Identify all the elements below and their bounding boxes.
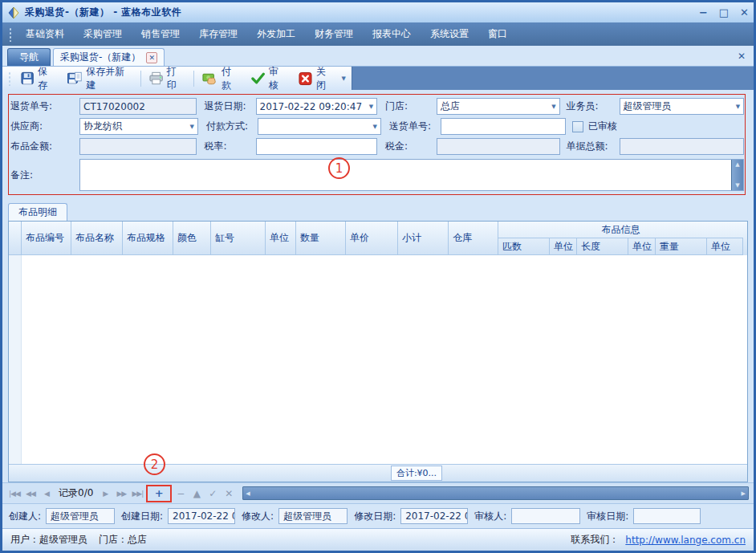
subcol-pieces-unit[interactable]: 单位 xyxy=(550,238,577,255)
salesman-dropdown-icon[interactable]: ▼ xyxy=(736,104,740,110)
nav-last-button[interactable]: ▶▶| xyxy=(130,488,144,499)
store-label: 门店: xyxy=(385,100,437,113)
header-form: 退货单号: CT17020002 退货日期: 2017-02-22 09:20:… xyxy=(2,90,754,199)
menu-item-outsourcing[interactable]: 外发加工 xyxy=(247,23,305,45)
close-window-button[interactable]: ✕ xyxy=(740,7,749,18)
pay-method-dropdown-icon[interactable]: ▼ xyxy=(373,124,377,130)
salesman-value: 超级管理员 xyxy=(624,100,736,113)
pay-method-select[interactable]: ▼ xyxy=(258,118,381,135)
audit-label: 审核 xyxy=(269,65,287,92)
col-qty[interactable]: 数量 xyxy=(296,222,346,255)
tab-close-icon[interactable]: ✕ xyxy=(146,52,157,63)
user-label: 用户： xyxy=(10,533,39,547)
tax-rate-input[interactable] xyxy=(256,138,378,155)
website-link[interactable]: http://www.lange.com.cn xyxy=(625,535,746,546)
menu-item-finance[interactable]: 财务管理 xyxy=(305,23,363,45)
modify-date-label: 修改日期: xyxy=(354,510,396,523)
supplier-value: 协龙纺织 xyxy=(83,120,190,133)
supplier-dropdown-icon[interactable]: ▼ xyxy=(190,124,194,130)
audited-checkbox[interactable] xyxy=(572,121,583,132)
menu-item-window[interactable]: 窗口 xyxy=(478,23,517,45)
scroll-down-icon[interactable]: ▼ xyxy=(735,182,739,189)
delivery-no-input[interactable] xyxy=(441,118,566,135)
detail-panel: 布品明细 布品编号 布品名称 布品规格 颜色 缸号 单位 数量 单价 小计 仓库… xyxy=(2,199,754,482)
grid-body xyxy=(9,255,747,464)
grid-footer: 合计:¥0... xyxy=(9,464,747,482)
return-date-label: 退货日期: xyxy=(205,100,256,113)
menu-item-sales[interactable]: 销售管理 xyxy=(132,23,189,45)
nav-insert-button[interactable]: + xyxy=(152,486,166,501)
return-date-picker[interactable]: 2017-02-22 09:20:47▼ xyxy=(256,98,378,115)
audited-checkbox-group: 已审核 xyxy=(572,120,617,133)
nav-delete-button[interactable]: − xyxy=(173,486,188,501)
modifier-label: 修改人: xyxy=(242,510,274,523)
nav-prior-page-button[interactable]: ◀◀ xyxy=(23,488,38,499)
menu-bar: 基础资料 采购管理 销售管理 库存管理 外发加工 财务管理 报表中心 系统设置 … xyxy=(2,22,754,46)
tax-label: 税金: xyxy=(385,140,437,153)
return-no-field: CT17020002 xyxy=(79,98,197,115)
save-and-new-icon xyxy=(67,71,82,85)
menu-item-settings[interactable]: 系统设置 xyxy=(421,23,478,45)
creator-field: 超级管理员 xyxy=(46,508,115,524)
col-subtotal[interactable]: 小计 xyxy=(398,222,449,255)
col-fabric-spec[interactable]: 布品规格 xyxy=(123,222,173,255)
tax-rate-label: 税率: xyxy=(205,140,256,153)
store-dropdown-icon[interactable]: ▼ xyxy=(551,104,555,110)
row-indicator-header xyxy=(9,222,22,255)
col-color[interactable]: 颜色 xyxy=(173,222,211,255)
scroll-up-icon[interactable]: ▲ xyxy=(735,161,739,168)
fabric-info-group-label[interactable]: 布品信息 xyxy=(498,222,743,238)
maximize-button[interactable]: □ xyxy=(719,7,729,18)
nav-cancel-button[interactable]: ✕ xyxy=(222,486,236,501)
nav-first-button[interactable]: |◀◀ xyxy=(7,488,22,499)
nav-next-button[interactable]: ▶ xyxy=(98,488,112,499)
fabric-amount-field xyxy=(79,138,197,155)
store-select[interactable]: 总店▼ xyxy=(437,98,559,115)
supplier-label: 供应商: xyxy=(10,120,79,133)
subcol-length-unit[interactable]: 单位 xyxy=(628,238,656,255)
subcol-length[interactable]: 长度 xyxy=(577,238,628,255)
create-date-label: 创建日期: xyxy=(121,510,163,523)
annotation-rect-insert: + xyxy=(146,485,172,502)
modify-date-field: 2017-02-22 09 xyxy=(400,508,468,524)
close-pane-icon[interactable]: ✕ xyxy=(738,51,746,62)
scroll-left-icon[interactable]: ◀ xyxy=(246,490,250,497)
subcol-weight-unit[interactable]: 单位 xyxy=(707,238,743,255)
scroll-right-icon[interactable]: ▶ xyxy=(742,490,746,497)
record-navigator: |◀◀ ◀◀ ◀ 记录0/0 ▶ ▶▶ ▶▶| + − ▲ ✓ ✕ ◀ ▶ xyxy=(2,482,754,503)
toolbar-grip2 xyxy=(8,71,12,86)
supplier-select[interactable]: 协龙纺织▼ xyxy=(79,118,198,135)
col-vat-no[interactable]: 缸号 xyxy=(211,222,266,255)
horizontal-scrollbar[interactable]: ◀ ▶ xyxy=(242,486,749,500)
creator-label: 创建人: xyxy=(9,510,41,523)
toolbar-separator xyxy=(140,71,141,87)
col-price[interactable]: 单价 xyxy=(346,222,398,255)
subcol-pieces[interactable]: 匹数 xyxy=(498,238,550,255)
menu-item-reports[interactable]: 报表中心 xyxy=(363,23,421,45)
nav-post-button[interactable]: ✓ xyxy=(205,486,220,501)
col-warehouse[interactable]: 仓库 xyxy=(449,222,498,255)
menu-item-purchase[interactable]: 采购管理 xyxy=(74,23,132,45)
menu-item-basic-data[interactable]: 基础资料 xyxy=(16,23,74,45)
form-row-1: 退货单号: CT17020002 退货日期: 2017-02-22 09:20:… xyxy=(10,96,744,116)
save-icon xyxy=(21,71,34,85)
pay-label: 付款 xyxy=(222,65,240,92)
nav-edit-button[interactable]: ▲ xyxy=(189,486,204,501)
minimize-button[interactable]: − xyxy=(699,7,708,18)
salesman-select[interactable]: 超级管理员▼ xyxy=(620,98,744,115)
return-date-dropdown-icon[interactable]: ▼ xyxy=(369,104,373,110)
row-indicator-column xyxy=(9,255,22,464)
menu-item-inventory[interactable]: 库存管理 xyxy=(189,23,247,45)
nav-prior-button[interactable]: ◀ xyxy=(39,488,54,499)
subcol-weight[interactable]: 重量 xyxy=(656,238,707,255)
remark-scrollbar[interactable]: ▲ ▼ xyxy=(731,160,743,190)
col-unit[interactable]: 单位 xyxy=(266,222,296,255)
close-dropdown-icon[interactable]: ▼ xyxy=(342,75,346,82)
col-fabric-no[interactable]: 布品编号 xyxy=(22,222,71,255)
print-label: 打印 xyxy=(167,65,185,92)
tab-fabric-detail[interactable]: 布品明细 xyxy=(8,203,67,221)
col-fabric-name[interactable]: 布品名称 xyxy=(71,222,123,255)
remark-textarea[interactable]: ▲ ▼ xyxy=(79,159,744,191)
modifier-field: 超级管理员 xyxy=(278,508,348,524)
nav-next-page-button[interactable]: ▶▶ xyxy=(114,488,128,499)
